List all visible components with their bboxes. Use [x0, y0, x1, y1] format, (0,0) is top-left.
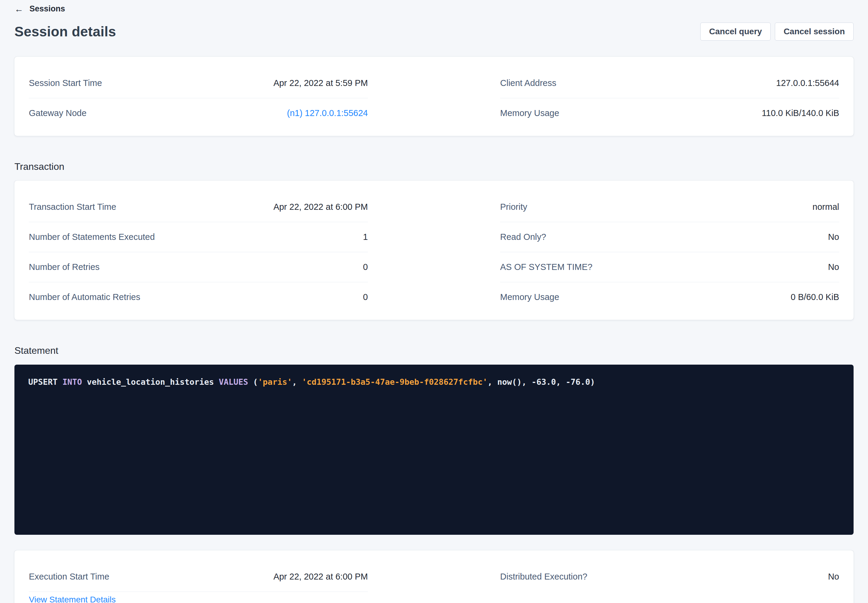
session-details-page: ← Sessions Session details Cancel query … — [0, 0, 868, 603]
transaction-start-time-row: Transaction Start Time Apr 22, 2022 at 6… — [29, 192, 368, 222]
view-statement-details-row: View Statement Details — [29, 592, 368, 603]
read-only-label: Read Only? — [500, 232, 546, 242]
client-address-row: Client Address 127.0.0.1:55644 — [500, 68, 839, 98]
action-buttons: Cancel query Cancel session — [700, 23, 854, 40]
session-start-time-row: Session Start Time Apr 22, 2022 at 5:59 … — [29, 68, 368, 98]
as-of-system-time-label: AS OF SYSTEM TIME? — [500, 262, 592, 272]
breadcrumb-back-sessions[interactable]: ← Sessions — [14, 4, 65, 14]
cancel-query-button[interactable]: Cancel query — [700, 23, 771, 40]
automatic-retries-row: Number of Automatic Retries 0 — [29, 282, 368, 312]
statement-section-heading: Statement — [14, 345, 854, 356]
transaction-card: Transaction Start Time Apr 22, 2022 at 6… — [14, 181, 854, 320]
priority-row: Priority normal — [500, 192, 839, 222]
breadcrumb-label: Sessions — [29, 4, 65, 14]
sql-string-city: 'paris' — [258, 377, 292, 387]
sql-string-uuid: 'cd195171-b3a5-47ae-9beb-f028627fcfbc' — [302, 377, 488, 387]
sql-punctuation: ( — [248, 377, 258, 387]
transaction-right-column: Priority normal Read Only? No AS OF SYST… — [500, 192, 839, 312]
distributed-execution-row: Distributed Execution? No — [500, 562, 839, 592]
transaction-section-heading: Transaction — [14, 161, 854, 172]
sql-args-tail: , now(), -63.0, -76.0) — [488, 377, 595, 387]
session-summary-card: Session Start Time Apr 22, 2022 at 5:59 … — [14, 57, 854, 136]
read-only-value: No — [828, 232, 839, 242]
gateway-node-row: Gateway Node (n1) 127.0.0.1:55624 — [29, 98, 368, 128]
page-title: Session details — [14, 23, 116, 40]
distributed-execution-value: No — [828, 572, 839, 582]
as-of-system-time-row: AS OF SYSTEM TIME? No — [500, 252, 839, 282]
transaction-start-time-label: Transaction Start Time — [29, 202, 116, 212]
session-memory-usage-value: 110.0 KiB/140.0 KiB — [762, 108, 839, 118]
session-summary-left-column: Session Start Time Apr 22, 2022 at 5:59 … — [29, 68, 368, 128]
session-start-time-label: Session Start Time — [29, 78, 102, 88]
statements-executed-label: Number of Statements Executed — [29, 232, 155, 242]
retries-value: 0 — [363, 262, 368, 272]
statements-executed-value: 1 — [363, 232, 368, 242]
read-only-row: Read Only? No — [500, 222, 839, 252]
transaction-memory-usage-value: 0 B/60.0 KiB — [791, 292, 839, 302]
cancel-session-button[interactable]: Cancel session — [775, 23, 854, 40]
client-address-value: 127.0.0.1:55644 — [776, 78, 839, 88]
transaction-memory-usage-label: Memory Usage — [500, 292, 559, 302]
session-start-time-value: Apr 22, 2022 at 5:59 PM — [273, 78, 368, 88]
distributed-execution-label: Distributed Execution? — [500, 572, 587, 582]
automatic-retries-value: 0 — [363, 292, 368, 302]
priority-label: Priority — [500, 202, 527, 212]
execution-start-time-label: Execution Start Time — [29, 572, 110, 582]
retries-label: Number of Retries — [29, 262, 99, 272]
execution-start-time-row: Execution Start Time Apr 22, 2022 at 6:0… — [29, 562, 368, 592]
gateway-node-link[interactable]: (n1) 127.0.0.1:55624 — [287, 108, 368, 118]
session-memory-usage-label: Memory Usage — [500, 108, 559, 118]
execution-start-time-value: Apr 22, 2022 at 6:00 PM — [273, 572, 368, 582]
session-summary-right-column: Client Address 127.0.0.1:55644 Memory Us… — [500, 68, 839, 128]
retries-row: Number of Retries 0 — [29, 252, 368, 282]
statements-executed-row: Number of Statements Executed 1 — [29, 222, 368, 252]
back-arrow-icon: ← — [14, 5, 23, 14]
as-of-system-time-value: No — [828, 262, 839, 272]
execution-card: Execution Start Time Apr 22, 2022 at 6:0… — [14, 550, 854, 603]
execution-right-column: Distributed Execution? No — [500, 562, 839, 603]
sql-table-name: vehicle_location_histories — [82, 377, 219, 387]
automatic-retries-label: Number of Automatic Retries — [29, 292, 141, 302]
statement-sql-box: UPSERT INTO vehicle_location_histories V… — [14, 365, 854, 535]
sql-keyword-values: VALUES — [219, 377, 248, 387]
sql-comma: , — [292, 377, 302, 387]
statement-sql-code: UPSERT INTO vehicle_location_histories V… — [28, 377, 595, 387]
execution-left-column: Execution Start Time Apr 22, 2022 at 6:0… — [29, 562, 368, 603]
view-statement-details-link[interactable]: View Statement Details — [29, 595, 116, 603]
title-row: Session details Cancel query Cancel sess… — [14, 23, 854, 40]
transaction-memory-usage-row: Memory Usage 0 B/60.0 KiB — [500, 282, 839, 312]
sql-keyword-upsert: UPSERT — [28, 377, 63, 387]
session-memory-usage-row: Memory Usage 110.0 KiB/140.0 KiB — [500, 98, 839, 128]
sql-keyword-into: INTO — [63, 377, 82, 387]
gateway-node-label: Gateway Node — [29, 108, 86, 118]
priority-value: normal — [812, 202, 839, 212]
client-address-label: Client Address — [500, 78, 556, 88]
transaction-start-time-value: Apr 22, 2022 at 6:00 PM — [273, 202, 368, 212]
transaction-left-column: Transaction Start Time Apr 22, 2022 at 6… — [29, 192, 368, 312]
